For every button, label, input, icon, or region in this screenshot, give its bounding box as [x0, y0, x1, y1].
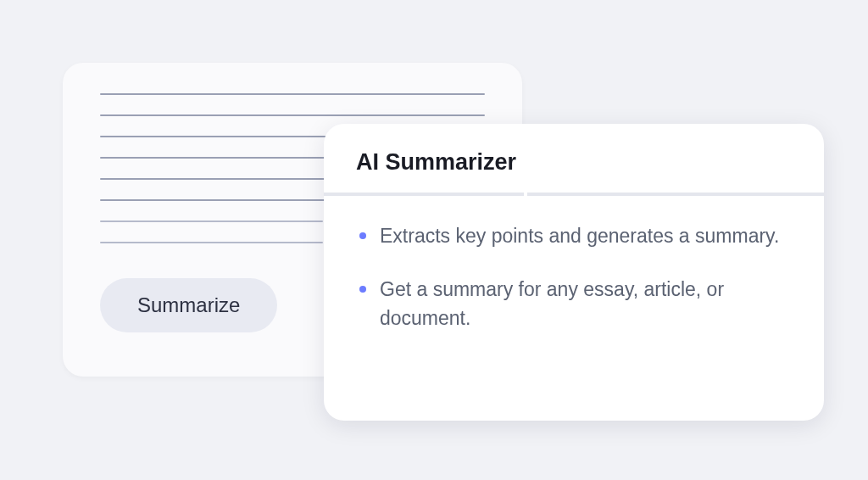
summarize-button[interactable]: Summarize: [100, 278, 277, 332]
info-card-header: AI Summarizer: [324, 124, 824, 196]
feature-item: Get a summary for any essay, article, or…: [356, 275, 792, 333]
info-card-title: AI Summarizer: [356, 149, 792, 176]
placeholder-line: [100, 114, 485, 116]
placeholder-line: [100, 242, 323, 243]
placeholder-line: [100, 220, 323, 222]
ai-summarizer-info-card: AI Summarizer Extracts key points and ge…: [324, 124, 824, 421]
placeholder-line: [100, 93, 485, 95]
info-card-body: Extracts key points and generates a summ…: [324, 196, 824, 382]
feature-item: Extracts key points and generates a summ…: [356, 221, 792, 251]
feature-list: Extracts key points and generates a summ…: [356, 221, 792, 333]
